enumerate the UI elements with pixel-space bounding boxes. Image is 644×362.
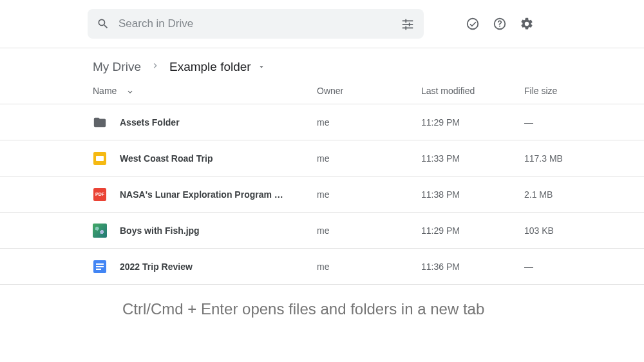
breadcrumb-current[interactable]: Example folder — [169, 60, 265, 74]
cell-size: — — [524, 117, 589, 128]
keyboard-hint: Ctrl/Cmd + Enter opens files and folders… — [0, 285, 644, 318]
cell-name: Boys with Fish.jpg — [93, 224, 317, 238]
caret-down-icon — [258, 60, 265, 74]
cell-owner: me — [317, 225, 421, 236]
file-name: Assets Folder — [120, 117, 180, 128]
cell-size: — — [524, 262, 589, 272]
gear-icon — [520, 17, 534, 31]
cell-modified: 11:38 PM — [421, 189, 524, 200]
cell-name: PDFNASA's Lunar Exploration Program Ov… — [93, 187, 317, 202]
pdf-icon: PDF — [93, 187, 107, 202]
file-list: Assets Folderme11:29 PM—West Coast Road … — [0, 104, 644, 285]
search-box[interactable]: Search in Drive — [88, 9, 424, 39]
folder-icon — [93, 115, 107, 129]
table-row[interactable]: PDFNASA's Lunar Exploration Program Ov…m… — [0, 176, 644, 213]
file-name: 2022 Trip Review — [120, 262, 193, 272]
tune-icon — [401, 17, 415, 31]
cell-name: Assets Folder — [93, 115, 317, 129]
table-row[interactable]: 2022 Trip Reviewme11:36 PM— — [0, 249, 644, 285]
column-headers: Name Owner Last modified File size — [0, 86, 644, 104]
breadcrumb-current-label: Example folder — [169, 60, 251, 74]
cell-name: 2022 Trip Review — [93, 260, 317, 274]
docs-icon — [93, 260, 107, 274]
column-header-name-label: Name — [93, 86, 117, 96]
help-button[interactable] — [492, 16, 507, 32]
file-name: NASA's Lunar Exploration Program Ov… — [120, 189, 287, 200]
topbar: Search in Drive — [0, 0, 644, 48]
column-header-owner[interactable]: Owner — [317, 86, 421, 96]
breadcrumb-root[interactable]: My Drive — [93, 60, 141, 74]
cell-owner: me — [317, 189, 421, 200]
column-header-name[interactable]: Name — [93, 86, 317, 96]
cell-size: 2.1 MB — [524, 189, 589, 200]
cell-owner: me — [317, 117, 421, 128]
cell-modified: 11:29 PM — [421, 225, 524, 236]
chevron-right-icon — [150, 60, 160, 74]
breadcrumb: My Drive Example folder — [0, 48, 644, 86]
image-thumbnail — [93, 224, 107, 238]
cell-size: 103 KB — [524, 225, 589, 236]
file-name: West Coast Road Trip — [120, 153, 213, 164]
help-icon — [493, 17, 507, 31]
file-name: Boys with Fish.jpg — [120, 225, 200, 236]
cell-modified: 11:36 PM — [421, 262, 524, 272]
search-placeholder: Search in Drive — [118, 17, 392, 30]
arrow-down-icon — [126, 86, 135, 95]
slides-icon — [93, 151, 107, 166]
cell-name: West Coast Road Trip — [93, 151, 317, 166]
top-actions — [434, 16, 535, 32]
cell-owner: me — [317, 153, 421, 164]
table-row[interactable]: West Coast Road Tripme11:33 PM117.3 MB — [0, 140, 644, 176]
cell-modified: 11:33 PM — [421, 153, 524, 164]
check-circle-icon — [466, 17, 480, 31]
cell-modified: 11:29 PM — [421, 117, 524, 128]
table-row[interactable]: Boys with Fish.jpgme11:29 PM103 KB — [0, 213, 644, 249]
column-header-size[interactable]: File size — [524, 86, 589, 96]
search-filters-button[interactable] — [401, 17, 415, 31]
search-icon — [97, 17, 109, 30]
offline-ready-button[interactable] — [465, 16, 480, 32]
cell-size: 117.3 MB — [524, 153, 589, 164]
settings-button[interactable] — [519, 16, 535, 32]
column-header-modified[interactable]: Last modified — [421, 86, 524, 96]
table-row[interactable]: Assets Folderme11:29 PM— — [0, 104, 644, 140]
cell-owner: me — [317, 262, 421, 272]
